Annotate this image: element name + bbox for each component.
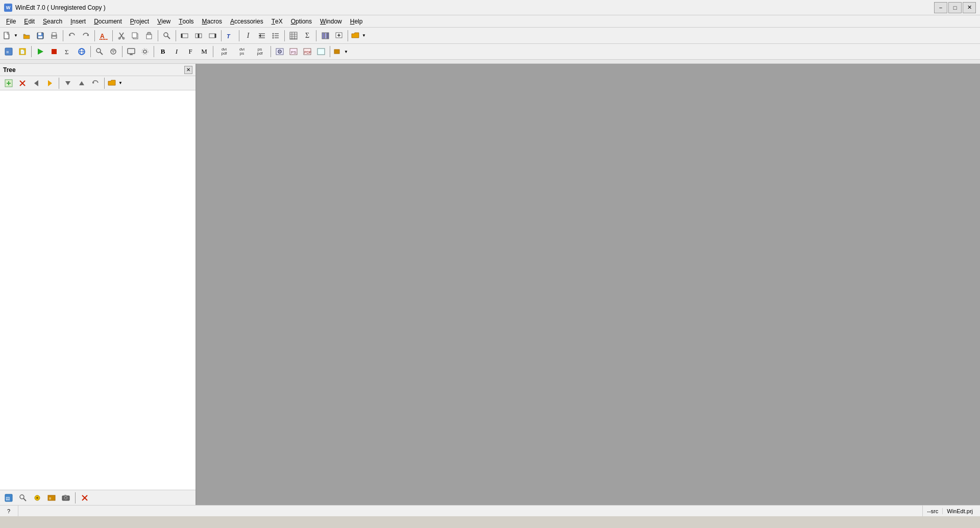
print-button[interactable] <box>47 29 61 42</box>
minimize-button[interactable]: − <box>934 2 947 13</box>
list-button[interactable] <box>269 29 282 42</box>
separator-t2-5 <box>213 46 213 57</box>
undo-button[interactable] <box>65 29 79 42</box>
tb2-filter-button[interactable] <box>107 45 120 58</box>
indent-button[interactable] <box>255 29 268 42</box>
menu-help[interactable]: Help <box>346 15 367 27</box>
tb2-search-button[interactable] <box>93 45 106 58</box>
new-file-dropdown[interactable]: ▼ <box>12 29 19 42</box>
svg-point-74 <box>279 51 280 52</box>
tb2-browser-button[interactable] <box>75 45 88 58</box>
table-button[interactable] <box>287 29 300 42</box>
tree-expand-button[interactable] <box>75 77 88 90</box>
tb2-btn2[interactable]: 📄 <box>16 45 29 58</box>
tb2-dvi-pdf-button[interactable]: dvipdf <box>215 45 233 58</box>
spelling-button[interactable]: A <box>97 29 110 42</box>
cut-button[interactable] <box>115 29 128 42</box>
tree-bottom-close-btn[interactable] <box>78 491 91 505</box>
tb2-bold-button[interactable]: B <box>156 45 169 58</box>
tree-sep-1 <box>59 78 59 89</box>
svg-marker-89 <box>79 81 84 85</box>
svg-text:T: T <box>227 33 231 39</box>
tb2-math-button[interactable]: M <box>198 45 211 58</box>
menu-tex[interactable]: TeX <box>267 15 287 27</box>
find-button[interactable] <box>160 29 174 42</box>
menu-project[interactable]: Project <box>126 15 153 27</box>
new-file-button[interactable] <box>2 29 12 42</box>
menu-view[interactable]: View <box>153 15 175 27</box>
menu-macros[interactable]: Macros <box>198 15 226 27</box>
tree-bottom-btn2[interactable] <box>16 491 30 505</box>
menu-tools[interactable]: Tools <box>175 15 198 27</box>
tree-refresh-button[interactable] <box>89 77 102 90</box>
tb2-view-ps-button[interactable]: PS <box>287 45 300 58</box>
folder-button[interactable] <box>350 29 360 42</box>
clip-left-button[interactable] <box>178 29 191 42</box>
tb2-more-dropdown[interactable]: ▼ <box>342 45 350 58</box>
library-button[interactable] <box>318 29 332 42</box>
tb2-screen-button[interactable] <box>125 45 138 58</box>
tb2-italic-button[interactable]: I <box>170 45 183 58</box>
tb2-settings-button[interactable] <box>138 45 152 58</box>
maximize-button[interactable]: □ <box>948 2 962 13</box>
tree-folder-dropdown[interactable]: ▼ <box>117 77 124 90</box>
tree-remove-button[interactable] <box>16 77 29 90</box>
tree-bottom-btn5[interactable] <box>59 491 72 505</box>
menu-file[interactable]: File <box>2 15 20 27</box>
insert-button[interactable] <box>332 29 346 42</box>
svg-text:≡: ≡ <box>6 50 9 55</box>
tree-bottom-btn3[interactable] <box>31 491 44 505</box>
tb2-btn1[interactable]: ≡ <box>2 45 15 58</box>
tree-bottom-btn4[interactable]: ≡ <box>45 491 58 505</box>
status-help-text: ? <box>7 508 10 514</box>
menu-edit[interactable]: Edit <box>20 15 39 27</box>
svg-rect-3 <box>38 33 41 35</box>
tb2-compile-button[interactable] <box>34 45 47 58</box>
close-button[interactable]: ✕ <box>963 2 976 13</box>
copy-button[interactable] <box>129 29 142 42</box>
tree-title: Tree <box>3 66 16 74</box>
menu-bar: File Edit Search Insert Document Project… <box>0 15 980 28</box>
tb2-ps-pdf-button[interactable]: pspdf <box>251 45 268 58</box>
clip-right-button[interactable] <box>206 29 219 42</box>
menu-document[interactable]: Document <box>90 15 126 27</box>
tb2-sigma-button[interactable]: Σ <box>61 45 75 58</box>
menu-search[interactable]: Search <box>39 15 66 27</box>
font-icon: F <box>188 47 192 56</box>
sum-button[interactable]: Σ <box>301 29 314 42</box>
tb2-dvi-ps-button[interactable]: dvips <box>233 45 251 58</box>
tb2-more-button[interactable] <box>332 45 342 58</box>
tb2-font-button[interactable]: F <box>184 45 197 58</box>
tree-bottom-btn1[interactable]: ▤ <box>2 491 15 505</box>
menu-options[interactable]: Options <box>287 15 316 27</box>
redo-button[interactable] <box>79 29 92 42</box>
tree-collapse-button[interactable] <box>61 77 75 90</box>
svg-marker-88 <box>65 81 70 85</box>
open-file-button[interactable] <box>20 29 33 42</box>
editor-area[interactable] <box>197 64 980 505</box>
svg-rect-47 <box>327 33 329 39</box>
tb2-stop-button[interactable] <box>47 45 61 58</box>
tree-folder-button[interactable] <box>107 77 117 90</box>
menu-window[interactable]: Window <box>316 15 346 27</box>
menu-accessories[interactable]: Accessories <box>226 15 267 27</box>
tree-close-button[interactable]: ✕ <box>184 66 192 74</box>
menu-insert[interactable]: Insert <box>66 15 90 27</box>
folder-dropdown-arrow[interactable]: ▼ <box>360 29 368 42</box>
separator-t2-7 <box>330 46 330 57</box>
tree-forward-button[interactable] <box>43 77 57 90</box>
save-button[interactable] <box>34 29 47 42</box>
sigma-icon: Σ <box>305 32 309 40</box>
paste-button[interactable] <box>142 29 156 42</box>
status-src-text: --src <box>927 508 938 514</box>
tb2-view-btn4[interactable] <box>314 45 328 58</box>
tb2-view-pdf-button[interactable]: PDF <box>301 45 314 58</box>
tb2-view-dvi-button[interactable] <box>273 45 286 58</box>
svg-rect-56 <box>52 49 57 54</box>
italic-button[interactable]: I <box>241 29 255 42</box>
tree-add-button[interactable] <box>2 77 15 90</box>
tex-compile-button[interactable]: T <box>224 29 237 42</box>
clip-center-button[interactable] <box>192 29 205 42</box>
tree-back-button[interactable] <box>30 77 43 90</box>
separator-t2-4 <box>154 46 154 57</box>
